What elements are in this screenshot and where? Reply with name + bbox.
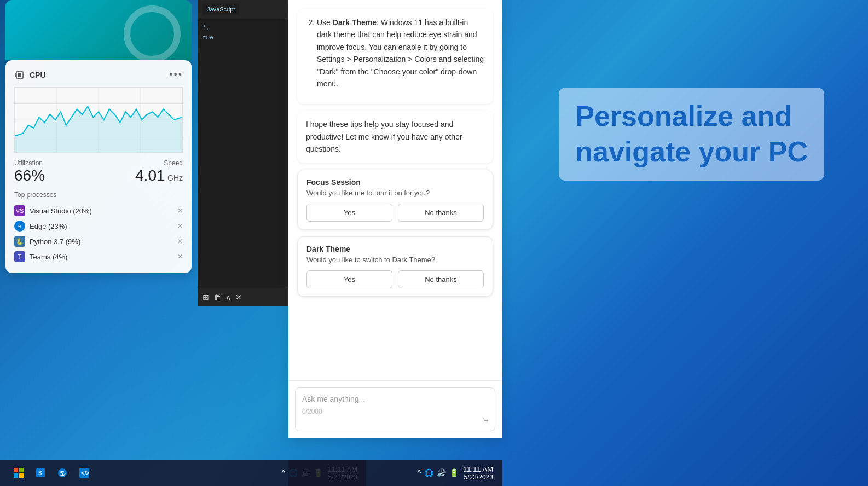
chat-message-tips: Use Dark Theme: Windows 11 has a built-i… (297, 9, 493, 104)
chat-battery-icon[interactable]: 🔋 (449, 468, 459, 477)
focus-session-yes-button[interactable]: Yes (306, 204, 392, 222)
focus-session-desc: Would you like me to turn it on for you? (306, 189, 484, 197)
svg-rect-22 (14, 473, 18, 478)
cpu-stats: Utilization 66% Speed 4.01 GHz (14, 159, 183, 184)
dark-theme-bold: Dark Theme (333, 18, 377, 27)
code-content: ', rue (198, 19, 288, 47)
process-edge: e Edge (23%) ✕ (14, 218, 183, 234)
dark-theme-card: Dark Theme Would you like to switch to D… (297, 236, 493, 297)
chat-input-box: Ask me anything... 0/2000 ⤷ (295, 387, 495, 431)
code-tab-bar: JavaScript (198, 0, 288, 19)
tray-chevron-icon[interactable]: ^ (281, 468, 285, 477)
dark-theme-buttons: Yes No thanks (306, 270, 484, 288)
chat-panel: Use Dark Theme: Windows 11 has a built-i… (288, 0, 502, 438)
visual-studio-icon: VS (14, 205, 25, 216)
chat-clock-time: 11:11 AM (463, 465, 493, 473)
chat-input-counter: 0/2000 (302, 408, 488, 415)
speed-unit: GHz (167, 173, 183, 182)
teams-close-button[interactable]: ✕ (177, 253, 183, 261)
split-view-icon[interactable]: ⊞ (202, 293, 209, 302)
chat-input-placeholder: Ask me anything... (302, 395, 488, 403)
dark-theme-no-button[interactable]: No thanks (398, 270, 484, 288)
vscode-taskbar-icon[interactable]: </> (74, 463, 94, 483)
close-icon[interactable]: ✕ (235, 293, 242, 302)
utilization-value: 66% (14, 167, 45, 184)
focus-session-buttons: Yes No thanks (306, 204, 484, 222)
teams-name: Teams (4%) (30, 253, 67, 261)
speed-label: Speed (135, 159, 183, 167)
cpu-widget: CPU ••• Utilization 66% Speed (5, 60, 192, 273)
edge-name: Edge (23%) (30, 222, 67, 230)
svg-rect-21 (19, 468, 24, 472)
svg-text:S: S (38, 470, 42, 476)
process-teams: T Teams (4%) ✕ (14, 249, 183, 264)
taskbar-left: S </> (9, 463, 94, 483)
svg-text:</>: </> (81, 470, 89, 476)
cpu-icon (14, 70, 25, 80)
chat-input-area: Ask me anything... 0/2000 ⤷ (288, 380, 502, 438)
chat-message-closing: I hope these tips help you stay focused … (297, 111, 493, 163)
send-icon[interactable]: ⤷ (482, 415, 489, 425)
dark-theme-desc: Would you like to switch to Dark Theme? (306, 256, 484, 264)
focus-session-title: Focus Session (306, 178, 484, 187)
svg-rect-20 (14, 468, 18, 472)
personalize-text: Personalize and navigate your PC (559, 88, 824, 181)
code-editor-panel: JavaScript ', rue ⊞ 🗑 ∧ ✕ (198, 0, 288, 306)
dark-theme-title: Dark Theme (306, 245, 484, 253)
process-visual-studio: VS Visual Studio (20%) ✕ (14, 203, 183, 218)
collapse-icon[interactable]: ∧ (225, 293, 231, 302)
chat-volume-icon[interactable]: 🔊 (437, 468, 446, 477)
code-toolbar: ⊞ 🗑 ∧ ✕ (198, 287, 288, 306)
chat-taskbar-tray: ^ 🌐 🔊 🔋 (417, 468, 459, 477)
cpu-title: CPU (30, 71, 46, 79)
process-python: 🐍 Python 3.7 (9%) ✕ (14, 234, 183, 249)
svg-rect-23 (19, 473, 24, 478)
dark-theme-yes-button[interactable]: Yes (306, 270, 392, 288)
focus-session-card: Focus Session Would you like me to turn … (297, 170, 493, 230)
personalize-line2: navigate your PC (575, 136, 808, 167)
teams-icon: T (14, 251, 25, 262)
edge-icon: e (14, 221, 25, 232)
delete-icon[interactable]: 🗑 (213, 293, 221, 302)
store-icon[interactable]: S (31, 463, 50, 483)
chat-taskbar-clock[interactable]: 11:11 AM 5/23/2023 (463, 465, 493, 481)
taskbar-chat: ^ 🌐 🔊 🔋 11:11 AM 5/23/2023 (288, 460, 502, 486)
closing-text: I hope these tips help you stay focused … (306, 120, 462, 153)
edge-taskbar-icon[interactable] (53, 463, 72, 483)
chat-network-icon[interactable]: 🌐 (424, 468, 433, 477)
chat-clock-date: 5/23/2023 (463, 473, 493, 481)
speed-value: 4.01 (135, 167, 165, 184)
top-processes-label: Top processes (14, 191, 183, 199)
python-name: Python 3.7 (9%) (30, 238, 80, 246)
python-close-button[interactable]: ✕ (177, 238, 183, 245)
chat-tray-chevron[interactable]: ^ (417, 468, 421, 477)
svg-rect-1 (18, 73, 21, 77)
cpu-chart (14, 87, 183, 153)
personalize-line1: Personalize and (575, 100, 792, 132)
python-icon: 🐍 (14, 236, 25, 247)
top-widget (5, 0, 192, 60)
utilization-label: Utilization (14, 159, 45, 167)
code-tab-javascript[interactable]: JavaScript (202, 4, 239, 15)
cpu-more-button[interactable]: ••• (169, 69, 183, 80)
focus-session-no-button[interactable]: No thanks (398, 204, 484, 222)
edge-close-button[interactable]: ✕ (177, 222, 183, 230)
chat-content: Use Dark Theme: Windows 11 has a built-i… (288, 0, 502, 380)
vs-name: Visual Studio (20%) (30, 207, 92, 215)
start-button[interactable] (9, 463, 28, 483)
vs-close-button[interactable]: ✕ (177, 207, 183, 215)
